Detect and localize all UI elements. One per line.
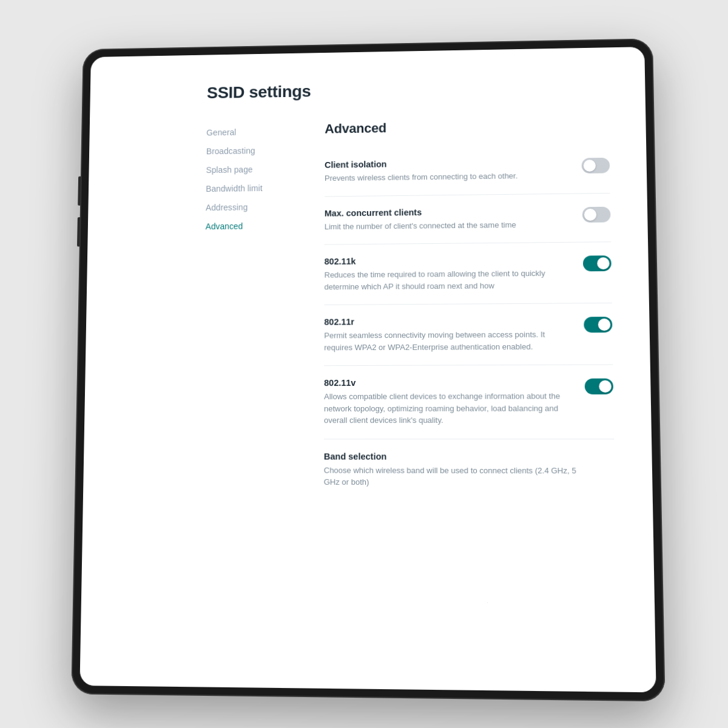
setting-label-max-concurrent: Max. concurrent clients [325,206,570,218]
toggle-knob-80211k [597,257,610,269]
setting-desc-client-isolation: Prevents wireless clients from connectin… [325,169,570,184]
setting-row-max-concurrent: Max. concurrent clients Limit the number… [325,193,611,244]
toggle-knob-max-concurrent [584,208,597,220]
setting-info-80211v: 802.11v Allows compatible client devices… [324,377,573,426]
setting-label-80211r: 802.11r [324,315,571,326]
setting-label-client-isolation: Client isolation [325,157,570,170]
setting-desc-max-concurrent: Limit the number of client's connected a… [325,218,570,232]
settings-list: Client isolation Prevents wireless clien… [324,144,615,501]
tablet-screen: SSID settings General Broadcasting Splas… [79,47,656,692]
toggle-80211r[interactable] [584,317,612,332]
setting-desc-80211v: Allows compatible client devices to exch… [324,390,573,426]
page-title: SSID settings [207,77,608,103]
toggle-knob-80211v [599,380,612,393]
setting-desc-80211k: Reduces the time required to roam allowi… [325,268,571,293]
setting-row-client-isolation: Client isolation Prevents wireless clien… [325,144,610,197]
setting-row-80211r: 802.11r Permit seamless connectivity mov… [324,303,613,366]
tablet-device: SSID settings General Broadcasting Splas… [71,38,665,701]
sidebar-item-splash-page[interactable]: Splash page [206,161,289,178]
toggle-knob-client-isolation [584,160,596,172]
sidebar-item-addressing[interactable]: Addressing [206,198,289,216]
setting-row-80211k: 802.11k Reduces the time required to roa… [324,242,612,305]
setting-row-80211v: 802.11v Allows compatible client devices… [324,365,614,439]
sidebar-item-general[interactable]: General [206,123,289,141]
setting-desc-band-selection: Choose which wireless band will be used … [324,464,589,488]
volume-down-button[interactable] [77,217,80,246]
sidebar-item-broadcasting[interactable]: Broadcasting [206,142,289,160]
main-area: SSID settings General Broadcasting Splas… [79,47,656,692]
screen-content: SSID settings General Broadcasting Splas… [79,47,656,692]
setting-info-client-isolation: Client isolation Prevents wireless clien… [325,157,570,184]
main-content: Advanced Client isolation Prevents wirel… [323,117,618,666]
setting-label-band-selection: Band selection [324,451,602,462]
setting-info-max-concurrent: Max. concurrent clients Limit the number… [325,206,570,232]
toggle-client-isolation[interactable] [582,158,610,174]
sidebar-nav: General Broadcasting Splash page Bandwid… [201,122,289,663]
toggle-80211v[interactable] [585,379,613,394]
setting-control-client-isolation [582,158,610,176]
toggle-80211k[interactable] [583,255,612,271]
setting-control-80211v [585,379,614,397]
toggle-max-concurrent[interactable] [582,206,611,222]
volume-up-button[interactable] [78,177,81,206]
setting-label-80211k: 802.11k [325,255,571,266]
setting-control-80211k [583,255,612,274]
content-layout: General Broadcasting Splash page Bandwid… [201,117,618,666]
setting-info-80211r: 802.11r Permit seamless connectivity mov… [324,315,571,353]
sidebar-item-bandwidth-limit[interactable]: Bandwidth limit [206,180,289,197]
setting-label-80211v: 802.11v [324,377,572,388]
sidebar-item-advanced[interactable]: Advanced [206,217,289,235]
setting-info-80211k: 802.11k Reduces the time required to roa… [325,255,571,293]
setting-control-80211r [584,317,612,335]
setting-info-band-selection: Band selection Choose which wireless ban… [324,451,602,489]
setting-row-band-selection: Band selection Choose which wireless ban… [324,439,615,501]
section-title: Advanced [325,117,609,136]
toggle-knob-80211r [598,318,611,331]
setting-desc-80211r: Permit seamless connectivity moving betw… [324,328,571,353]
setting-control-max-concurrent [582,206,611,224]
